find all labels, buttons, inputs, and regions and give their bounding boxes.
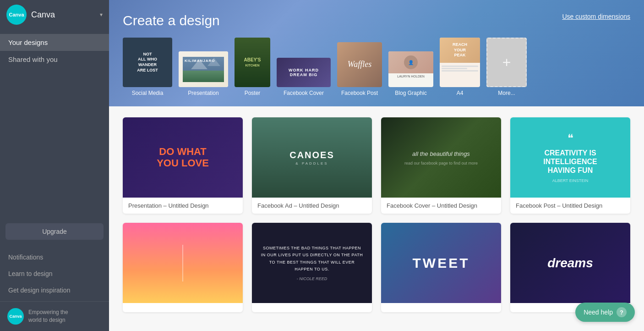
sidebar: Canva Canva ▾ Your designs Shared with y…: [0, 0, 109, 331]
need-help-label: Need help: [584, 309, 613, 316]
design-card-1[interactable]: DO WHAT YOU LOVE Presentation – Untitled…: [123, 117, 243, 214]
design-thumb-8: dreams: [510, 223, 630, 303]
help-icon: ?: [617, 307, 627, 317]
design-label-3: Facebook Cover – Untitled Design: [381, 198, 501, 214]
template-facebook-post[interactable]: Waffles Facebook Post: [337, 42, 382, 96]
design-thumb-2: CANOES & PADDLES: [252, 117, 372, 198]
sidebar-item-your-designs[interactable]: Your designs: [0, 34, 109, 51]
design-label-1: Presentation – Untitled Design: [123, 198, 243, 214]
designs-area: DO WHAT YOU LOVE Presentation – Untitled…: [109, 106, 644, 331]
design-card-7[interactable]: TWEET: [381, 223, 501, 312]
brand-name: Canva: [31, 10, 95, 20]
design-thumb-4: ❝ CREATIVITY IS INTELLIGENCE HAVING FUN …: [510, 117, 630, 198]
design-thumb-7: TWEET: [381, 223, 501, 303]
more-plus-icon: +: [502, 54, 511, 71]
design-label-5: [123, 303, 243, 312]
design-thumb-5: [123, 223, 243, 303]
footer-text: Empowering the world to design: [28, 309, 68, 324]
page-title: Create a design: [123, 13, 630, 28]
canva-logo[interactable]: Canva: [6, 5, 27, 25]
template-a4[interactable]: REACHYOURPEAK A4: [440, 38, 480, 96]
design-label-4: Facebook Post – Untitled Design: [510, 198, 630, 214]
canva-logo-text: Canva: [9, 12, 24, 17]
template-more[interactable]: + More...: [486, 38, 527, 96]
design-card-3[interactable]: all the beautiful things read our facebo…: [381, 117, 501, 214]
sidebar-item-learn-to-design[interactable]: Learn to design: [0, 265, 109, 282]
design-card-6[interactable]: SOMETIMES THE BAD THINGS THAT HAPPEN IN …: [252, 223, 372, 312]
design-card-8[interactable]: dreams: [510, 223, 630, 312]
custom-dimensions-button[interactable]: Use custom dimensions: [562, 13, 630, 20]
template-poster[interactable]: ABEY'SKITCHEN Poster: [235, 38, 270, 96]
nav-section: Your designs Shared with you: [0, 29, 109, 217]
design-thumb-1: DO WHAT YOU LOVE: [123, 117, 243, 198]
design-label-7: [381, 303, 501, 312]
design-thumb-6: SOMETIMES THE BAD THINGS THAT HAPPEN IN …: [252, 223, 372, 303]
design-label-6: [252, 303, 372, 312]
design-label-2: Facebook Ad – Untitled Design: [252, 198, 372, 214]
designs-grid: DO WHAT YOU LOVE Presentation – Untitled…: [123, 117, 630, 312]
design-card-5[interactable]: [123, 223, 243, 312]
sidebar-item-get-design-inspiration[interactable]: Get design inspiration: [0, 282, 109, 298]
main-content: Create a design Use custom dimensions NO…: [109, 0, 644, 331]
bottom-nav: Notifications Learn to design Get design…: [0, 246, 109, 301]
sidebar-header: Canva Canva ▾: [0, 0, 109, 29]
template-blog-graphic[interactable]: 👤 LAURYN HOLDEN Blog Graphic: [388, 51, 433, 96]
templates-row: NOTALL WHOWANDERARE LOST Social Media KI…: [123, 38, 630, 96]
chevron-down-icon[interactable]: ▾: [100, 11, 103, 18]
design-card-2[interactable]: CANOES & PADDLES Facebook Ad – Untitled …: [252, 117, 372, 214]
template-facebook-cover[interactable]: WORK HARDDREAM BIG Facebook Cover: [277, 58, 331, 96]
sidebar-footer: Canva Empowering the world to design: [0, 301, 109, 331]
need-help-button[interactable]: Need help ?: [575, 303, 635, 322]
footer-logo: Canva: [7, 308, 24, 325]
design-thumb-3: all the beautiful things read our facebo…: [381, 117, 501, 198]
sidebar-item-shared-with-you[interactable]: Shared with you: [0, 51, 109, 68]
sidebar-item-notifications[interactable]: Notifications: [0, 249, 109, 265]
upgrade-button[interactable]: Upgrade: [5, 223, 104, 240]
template-presentation[interactable]: KILIMANJARO Presentation: [179, 51, 228, 96]
design-card-4[interactable]: ❝ CREATIVITY IS INTELLIGENCE HAVING FUN …: [510, 117, 630, 214]
header-area: Create a design Use custom dimensions NO…: [109, 0, 644, 106]
template-social-media[interactable]: NOTALL WHOWANDERARE LOST Social Media: [123, 38, 172, 96]
